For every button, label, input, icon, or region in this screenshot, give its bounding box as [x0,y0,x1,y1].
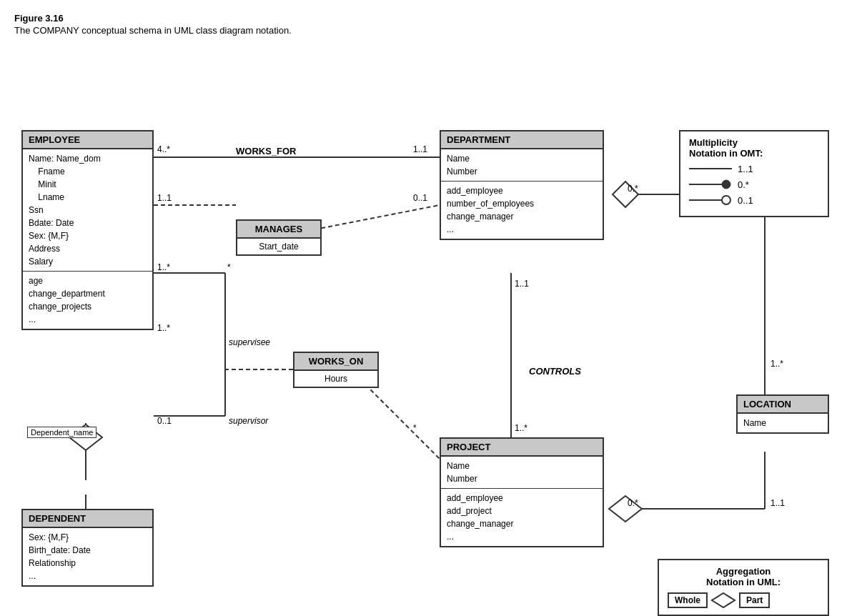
works-for-label: WORKS_FOR [236,146,297,157]
dependent-header: DEPENDENT [23,510,152,528]
notation-label-1: 1..1 [738,164,753,174]
notation-label-3: 0..1 [738,195,753,206]
diagram-area: EMPLOYEE Name: Name_dom Fname Minit Lnam… [14,51,843,609]
works-on-header: WORKS_ON [294,353,377,371]
whole-label: Whole [668,592,708,608]
notation-line-3 [689,194,732,206]
mult-controls-bottom: 1..* [515,423,527,433]
svg-point-23 [722,196,730,204]
mult-manages-left: 1..1 [157,193,172,203]
employee-class: EMPLOYEE Name: Name_dom Fname Minit Lnam… [21,130,154,330]
notation-line-2 [689,179,732,190]
svg-marker-24 [712,593,735,607]
location-attributes: Name [738,414,828,432]
aggregation-notation-box: Aggregation Notation in UML: Whole Part [658,559,829,616]
controls-label: CONTROLS [529,366,581,377]
svg-point-21 [722,180,730,189]
mult-supervise-top: 1..* [157,262,170,272]
dependent-name-label: Dependent_name [27,427,96,438]
notation-title: Multiplicity Notation in OMT: [689,137,819,159]
dependent-attributes: Sex: {M,F} Birth_date: Date Relationship… [23,528,152,585]
part-label: Part [739,592,770,608]
location-class: LOCATION Name [736,394,829,434]
project-methods: add_employee add_project change_manager … [441,489,603,546]
mult-dept-loc: 0.* [628,184,638,194]
dependent-class: DEPENDENT Sex: {M,F} Birth_date: Date Re… [21,509,154,587]
notation-line-1 [689,163,732,174]
notation-row-2: 0.* [689,179,819,190]
aggregation-diamond-icon [710,592,736,609]
location-header: LOCATION [738,396,828,414]
works-on-box: WORKS_ON Hours [293,352,379,388]
department-class: DEPARTMENT Name Number add_employee numb… [440,130,604,240]
figure-caption: The COMPANY conceptual schema in UML cla… [14,25,848,36]
mult-works-for-right: 1..1 [413,144,427,154]
department-methods: add_employee number_of_employees change_… [441,182,603,239]
mult-manages-right: 0..1 [413,193,427,203]
mult-loc-dept: 1..* [771,359,783,369]
department-header: DEPARTMENT [441,131,603,149]
aggregation-row: Whole Part [668,592,819,609]
mult-loc-bottom: 1..1 [771,498,785,508]
employee-attributes: Name: Name_dom Fname Minit Lname Ssn Bda… [23,149,152,272]
department-attributes: Name Number [441,149,603,182]
employee-header: EMPLOYEE [23,131,152,149]
project-class: PROJECT Name Number add_employee add_pro… [440,437,604,547]
mult-works-for-left: 4..* [157,144,170,154]
manages-box: MANAGES Start_date [236,219,322,256]
mult-supervise-star: * [227,262,231,272]
supervisee-label: supervisee [229,337,270,347]
multiplicity-notation-box: Multiplicity Notation in OMT: 1..1 0.* 0… [679,130,829,217]
mult-supervise-bottom: 0..1 [157,416,172,426]
notation-row-1: 1..1 [689,163,819,174]
works-on-attr: Hours [294,371,377,387]
supervisor-label: supervisor [229,416,268,426]
mult-controls-top: 1..1 [515,279,529,289]
mult-workson-left: 1..* [157,323,170,333]
project-header: PROJECT [441,439,603,457]
notation-label-2: 0.* [738,179,749,190]
mult-loc-proj: 0.* [628,498,638,508]
project-attributes: Name Number [441,457,603,489]
manages-attr: Start_date [237,239,320,254]
manages-header: MANAGES [237,221,320,239]
aggregation-title: Aggregation Notation in UML: [668,566,819,587]
mult-workson-right: * [413,423,417,433]
figure-title: Figure 3.16 [14,13,848,24]
notation-row-3: 0..1 [689,194,819,206]
employee-methods: age change_department change_projects ..… [23,272,152,329]
